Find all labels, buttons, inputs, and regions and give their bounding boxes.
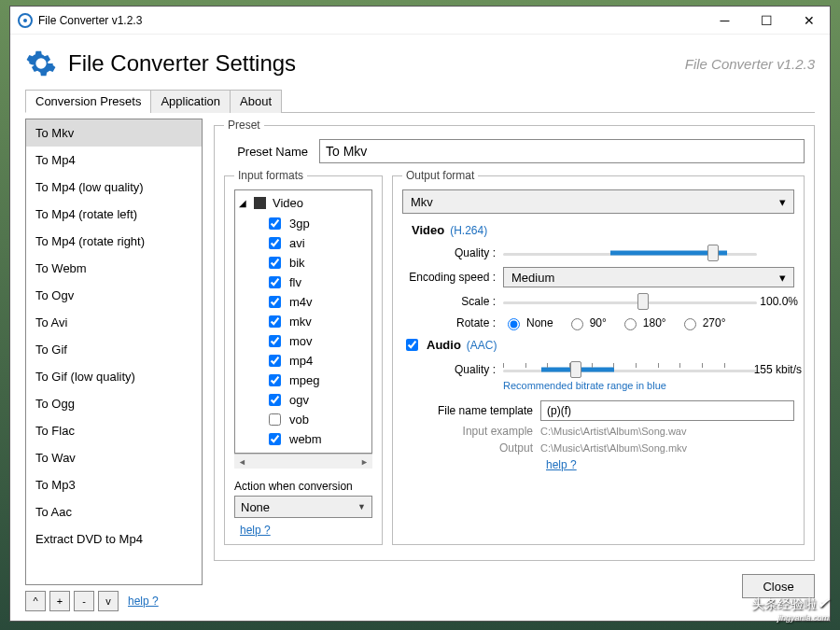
- format-checkbox[interactable]: [269, 315, 281, 328]
- format-label: mov: [289, 334, 313, 348]
- audio-section-title: Audio: [427, 338, 461, 352]
- format-item: mov: [239, 331, 368, 351]
- minimize-button[interactable]: ─: [704, 7, 746, 35]
- format-label: ogv: [289, 393, 309, 407]
- format-item: mkv: [239, 312, 368, 331]
- content: File Converter Settings File Converter v…: [10, 35, 830, 621]
- preset-name-input[interactable]: [319, 139, 805, 163]
- preset-item[interactable]: To Gif: [26, 336, 202, 363]
- input-formats-group: Input formats ◢ Video 3gpavibikflvm4vmkv…: [224, 169, 383, 545]
- preset-item[interactable]: To Wav: [26, 444, 202, 471]
- video-quality-slider[interactable]: [503, 243, 794, 263]
- app-icon: [18, 13, 33, 28]
- remove-preset-button[interactable]: -: [74, 591, 94, 611]
- tab-application[interactable]: Application: [150, 90, 231, 113]
- scale-label: Scale :: [402, 295, 496, 308]
- video-section-title: Video: [412, 223, 444, 237]
- preset-item[interactable]: To Aac: [26, 498, 202, 525]
- add-preset-button[interactable]: +: [49, 591, 70, 611]
- window-title: File Converter v1.2.3: [38, 14, 704, 27]
- encoding-speed-combo[interactable]: Medium▾: [503, 267, 794, 287]
- filename-template-label: File name template: [402, 404, 533, 417]
- input-example-label: Input example: [402, 425, 533, 438]
- tab-conversion-presets[interactable]: Conversion Presets: [25, 90, 151, 113]
- preset-item[interactable]: To Ogv: [26, 282, 202, 309]
- scale-value: 100.0%: [746, 295, 798, 308]
- action-combo[interactable]: None▼: [234, 496, 372, 518]
- video-root-checkbox[interactable]: [254, 197, 266, 209]
- format-item: avi: [239, 233, 368, 253]
- preset-item[interactable]: To Webm: [26, 255, 202, 282]
- format-label: mp4: [289, 354, 313, 368]
- format-checkbox[interactable]: [269, 374, 281, 386]
- watermark: 头条经验啦✔jingyanla.com: [751, 595, 829, 623]
- action-help-link[interactable]: help ?: [240, 524, 271, 537]
- format-checkbox[interactable]: [269, 355, 281, 367]
- version-subtitle: File Converter v1.2.3: [685, 56, 815, 72]
- format-label: webm: [289, 432, 322, 446]
- preset-item[interactable]: To Mp4 (rotate right): [26, 228, 202, 255]
- rotate-radio-group: None90°180°270°: [503, 315, 726, 330]
- gear-icon: [25, 48, 57, 79]
- format-checkbox[interactable]: [269, 433, 281, 445]
- format-checkbox[interactable]: [269, 217, 281, 230]
- output-format-group: Output format Mkv▾ Video (H.264) Quality…: [392, 169, 805, 545]
- bitrate-hint: Recommended bitrate range in blue: [503, 380, 794, 391]
- format-label: bik: [289, 256, 305, 270]
- rotate-option[interactable]: 270°: [679, 315, 726, 330]
- format-checkbox[interactable]: [269, 237, 281, 249]
- preset-name-label: Preset Name: [224, 145, 308, 159]
- format-checkbox[interactable]: [269, 394, 281, 406]
- preset-item[interactable]: To Mp4 (rotate left): [26, 201, 202, 228]
- tabs: Conversion Presets Application About: [25, 89, 815, 113]
- rotate-option[interactable]: 180°: [620, 315, 666, 330]
- output-format-combo[interactable]: Mkv▾: [402, 189, 794, 214]
- action-label: Action when conversion: [234, 480, 372, 493]
- filename-template-input[interactable]: [540, 400, 794, 421]
- tree-root-label: Video: [273, 196, 303, 210]
- filename-help-link[interactable]: help ?: [546, 458, 577, 471]
- rotate-option[interactable]: None: [503, 315, 553, 330]
- format-item: vob: [239, 410, 368, 429]
- format-item: mp4: [239, 351, 368, 371]
- format-label: vob: [289, 413, 309, 427]
- tree-hscroll[interactable]: [234, 454, 372, 469]
- preset-item[interactable]: To Mp3: [26, 471, 202, 498]
- input-formats-legend: Input formats: [234, 169, 307, 182]
- close-window-button[interactable]: ✕: [788, 7, 830, 35]
- tree-expand-icon[interactable]: ◢: [239, 198, 246, 208]
- format-label: flv: [289, 275, 301, 289]
- output-example-label: Output: [402, 441, 533, 455]
- preset-item[interactable]: To Ogg: [26, 390, 202, 417]
- preset-item[interactable]: To Flac: [26, 417, 202, 444]
- input-example-value: C:\Music\Artist\Album\Song.wav: [540, 426, 687, 437]
- format-checkbox[interactable]: [269, 257, 281, 269]
- format-checkbox[interactable]: [269, 335, 281, 347]
- tab-about[interactable]: About: [230, 90, 282, 113]
- format-checkbox[interactable]: [269, 276, 281, 288]
- preset-item[interactable]: To Mp4 (low quality): [26, 174, 202, 201]
- rotate-label: Rotate :: [402, 316, 496, 329]
- format-checkbox[interactable]: [269, 413, 281, 426]
- preset-item[interactable]: To Mp4: [26, 147, 202, 174]
- video-quality-label: Quality :: [402, 246, 496, 259]
- settings-window: File Converter v1.2.3 ─ ☐ ✕ File Convert…: [9, 6, 831, 622]
- preset-item[interactable]: Extract DVD to Mp4: [26, 525, 202, 553]
- scale-slider[interactable]: 100.0%: [503, 291, 794, 312]
- format-item: 3gp: [239, 214, 368, 233]
- input-formats-tree[interactable]: ◢ Video 3gpavibikflvm4vmkvmovmp4mpegogvv…: [234, 189, 372, 454]
- preset-item[interactable]: To Avi: [26, 309, 202, 336]
- preset-item[interactable]: To Gif (low quality): [26, 363, 202, 390]
- preset-item[interactable]: To Mkv: [26, 119, 202, 147]
- format-item: flv: [239, 273, 368, 292]
- move-down-button[interactable]: v: [98, 591, 119, 611]
- audio-enable-checkbox[interactable]: [406, 339, 418, 351]
- preset-list[interactable]: To MkvTo Mp4To Mp4 (low quality)To Mp4 (…: [25, 119, 203, 585]
- move-up-button[interactable]: ^: [25, 591, 46, 611]
- encoding-speed-label: Encoding speed :: [402, 271, 496, 284]
- format-checkbox[interactable]: [269, 296, 281, 308]
- presets-help-link[interactable]: help ?: [128, 595, 159, 608]
- rotate-option[interactable]: 90°: [567, 315, 607, 330]
- audio-quality-slider[interactable]: 155 kbit/s: [503, 359, 794, 380]
- maximize-button[interactable]: ☐: [746, 7, 788, 35]
